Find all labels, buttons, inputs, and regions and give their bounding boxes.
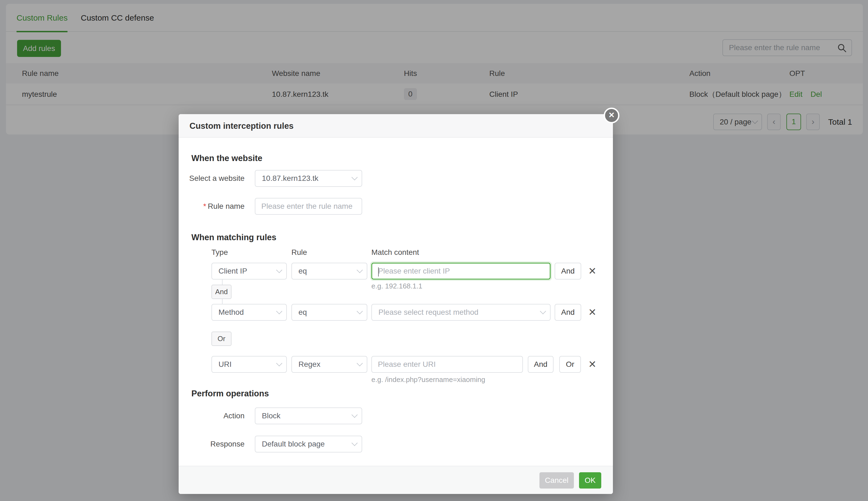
action-label: Action — [179, 407, 245, 424]
chevron-down-icon — [276, 360, 282, 366]
close-icon[interactable]: ✕ — [604, 108, 619, 123]
section-when-the-website: When the website — [191, 153, 262, 163]
match-row2-type-select[interactable]: Method — [212, 304, 287, 321]
chevron-down-icon — [357, 267, 363, 273]
select-website-label: Select a website — [179, 170, 245, 187]
match-row2-remove-icon[interactable]: ✕ — [586, 304, 599, 321]
column-type-label: Type — [212, 248, 228, 257]
required-asterisk: * — [203, 202, 206, 210]
match-row3-or-button[interactable]: Or — [559, 356, 581, 373]
custom-interception-rules-modal: Custom interception rules ✕ When the web… — [179, 114, 613, 494]
match-row3-hint: e.g. /index.php?username=xiaoming — [371, 375, 485, 384]
connector-or-tag[interactable]: Or — [212, 332, 232, 346]
modal-footer: Cancel OK — [179, 466, 613, 494]
response-select[interactable]: Default block page — [255, 436, 362, 452]
match-row1-content-field — [371, 263, 550, 279]
section-perform-operations: Perform operations — [191, 389, 269, 398]
match-row3-content-field — [371, 356, 523, 373]
ok-button[interactable]: OK — [579, 472, 601, 489]
website-select-value: 10.87.kern123.tk — [262, 174, 319, 182]
action-select[interactable]: Block — [255, 407, 362, 424]
chevron-down-icon — [276, 308, 282, 315]
rule-name-input[interactable] — [255, 199, 362, 214]
match-row3-rule-value: Regex — [299, 360, 320, 369]
chevron-down-icon — [540, 308, 546, 315]
match-row3-content-input[interactable] — [372, 356, 522, 372]
match-row2-and-button[interactable]: And — [555, 304, 581, 321]
rule-name-label: *Rule name — [179, 198, 245, 215]
cancel-button[interactable]: Cancel — [539, 472, 574, 489]
match-row1-content-input[interactable] — [372, 264, 550, 279]
section-when-matching-rules: When matching rules — [191, 233, 276, 242]
match-row2-method-placeholder: Please select request method — [378, 308, 479, 316]
match-row1-rule-value: eq — [299, 267, 307, 275]
column-match-content-label: Match content — [371, 248, 419, 257]
match-row2-method-select[interactable]: Please select request method — [371, 304, 550, 321]
match-row2-rule-value: eq — [299, 308, 307, 316]
match-row1-remove-icon[interactable]: ✕ — [586, 263, 599, 279]
match-row1-rule-select[interactable]: eq — [291, 263, 367, 279]
action-select-value: Block — [262, 412, 280, 420]
match-row2-type-value: Method — [218, 308, 244, 316]
website-select[interactable]: 10.87.kern123.tk — [255, 170, 362, 187]
response-label: Response — [179, 436, 245, 452]
chevron-down-icon — [357, 360, 363, 366]
text-caret — [378, 267, 379, 277]
chevron-down-icon — [357, 308, 363, 315]
match-row3-and-button[interactable]: And — [528, 356, 554, 373]
response-select-value: Default block page — [262, 440, 325, 448]
match-row3-rule-select[interactable]: Regex — [291, 356, 367, 373]
match-row3-remove-icon[interactable]: ✕ — [586, 356, 599, 373]
column-rule-label: Rule — [291, 248, 307, 257]
match-row3-type-value: URI — [218, 360, 232, 369]
chevron-down-icon — [352, 440, 358, 446]
match-row1-type-value: Client IP — [218, 267, 247, 275]
chevron-down-icon — [352, 412, 358, 418]
connector-line — [222, 299, 223, 304]
match-row1-and-button[interactable]: And — [555, 263, 581, 279]
match-row3-type-select[interactable]: URI — [212, 356, 287, 373]
connector-line — [222, 279, 223, 285]
modal-title: Custom interception rules — [190, 114, 293, 138]
chevron-down-icon — [352, 174, 358, 181]
connector-and-tag[interactable]: And — [212, 285, 232, 299]
match-row1-hint: e.g. 192.168.1.1 — [371, 282, 422, 290]
chevron-down-icon — [276, 267, 282, 273]
modal-header: Custom interception rules — [179, 114, 613, 138]
match-row2-rule-select[interactable]: eq — [291, 304, 367, 321]
match-row1-type-select[interactable]: Client IP — [212, 263, 287, 279]
rule-name-field — [255, 198, 362, 215]
